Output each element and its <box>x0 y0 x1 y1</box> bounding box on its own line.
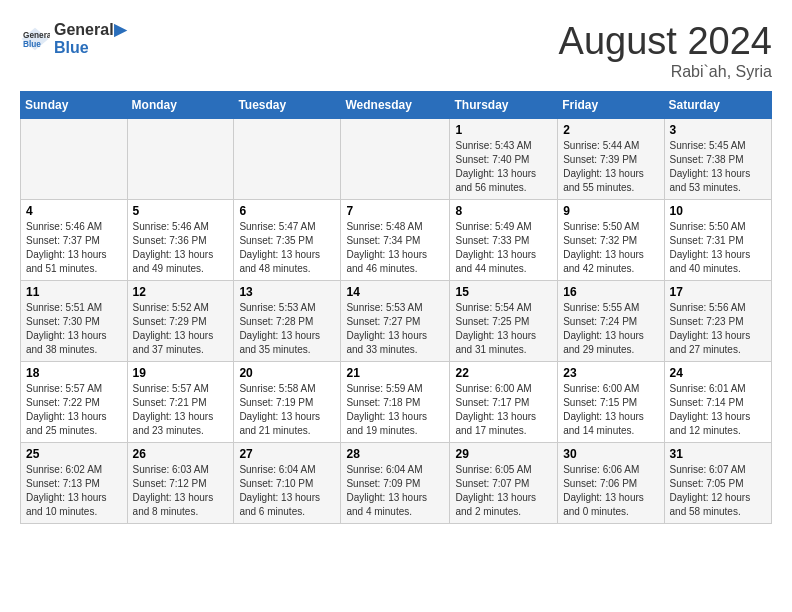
calendar-cell <box>127 119 234 200</box>
day-content: Sunrise: 5:59 AM Sunset: 7:18 PM Dayligh… <box>346 382 444 438</box>
day-content: Sunrise: 6:03 AM Sunset: 7:12 PM Dayligh… <box>133 463 229 519</box>
day-number: 8 <box>455 204 552 218</box>
day-number: 3 <box>670 123 766 137</box>
svg-text:Blue: Blue <box>23 40 41 49</box>
week-row-5: 25Sunrise: 6:02 AM Sunset: 7:13 PM Dayli… <box>21 443 772 524</box>
day-content: Sunrise: 6:05 AM Sunset: 7:07 PM Dayligh… <box>455 463 552 519</box>
calendar-cell: 20Sunrise: 5:58 AM Sunset: 7:19 PM Dayli… <box>234 362 341 443</box>
calendar-cell: 24Sunrise: 6:01 AM Sunset: 7:14 PM Dayli… <box>664 362 771 443</box>
day-content: Sunrise: 5:50 AM Sunset: 7:31 PM Dayligh… <box>670 220 766 276</box>
calendar-cell: 17Sunrise: 5:56 AM Sunset: 7:23 PM Dayli… <box>664 281 771 362</box>
day-number: 16 <box>563 285 658 299</box>
day-header-tuesday: Tuesday <box>234 92 341 119</box>
calendar-cell: 26Sunrise: 6:03 AM Sunset: 7:12 PM Dayli… <box>127 443 234 524</box>
calendar-cell: 16Sunrise: 5:55 AM Sunset: 7:24 PM Dayli… <box>558 281 664 362</box>
day-content: Sunrise: 6:00 AM Sunset: 7:17 PM Dayligh… <box>455 382 552 438</box>
calendar-cell: 6Sunrise: 5:47 AM Sunset: 7:35 PM Daylig… <box>234 200 341 281</box>
calendar-cell: 5Sunrise: 5:46 AM Sunset: 7:36 PM Daylig… <box>127 200 234 281</box>
day-content: Sunrise: 5:52 AM Sunset: 7:29 PM Dayligh… <box>133 301 229 357</box>
calendar-cell: 8Sunrise: 5:49 AM Sunset: 7:33 PM Daylig… <box>450 200 558 281</box>
calendar-cell: 10Sunrise: 5:50 AM Sunset: 7:31 PM Dayli… <box>664 200 771 281</box>
day-header-wednesday: Wednesday <box>341 92 450 119</box>
day-number: 27 <box>239 447 335 461</box>
day-content: Sunrise: 5:56 AM Sunset: 7:23 PM Dayligh… <box>670 301 766 357</box>
calendar-cell <box>21 119 128 200</box>
calendar-cell: 23Sunrise: 6:00 AM Sunset: 7:15 PM Dayli… <box>558 362 664 443</box>
calendar-cell: 29Sunrise: 6:05 AM Sunset: 7:07 PM Dayli… <box>450 443 558 524</box>
day-header-sunday: Sunday <box>21 92 128 119</box>
calendar-cell: 3Sunrise: 5:45 AM Sunset: 7:38 PM Daylig… <box>664 119 771 200</box>
calendar-cell: 22Sunrise: 6:00 AM Sunset: 7:17 PM Dayli… <box>450 362 558 443</box>
calendar-cell: 7Sunrise: 5:48 AM Sunset: 7:34 PM Daylig… <box>341 200 450 281</box>
week-row-1: 1Sunrise: 5:43 AM Sunset: 7:40 PM Daylig… <box>21 119 772 200</box>
calendar-cell: 12Sunrise: 5:52 AM Sunset: 7:29 PM Dayli… <box>127 281 234 362</box>
day-number: 21 <box>346 366 444 380</box>
day-number: 28 <box>346 447 444 461</box>
day-content: Sunrise: 6:07 AM Sunset: 7:05 PM Dayligh… <box>670 463 766 519</box>
day-number: 1 <box>455 123 552 137</box>
day-content: Sunrise: 5:50 AM Sunset: 7:32 PM Dayligh… <box>563 220 658 276</box>
day-header-friday: Friday <box>558 92 664 119</box>
day-content: Sunrise: 6:00 AM Sunset: 7:15 PM Dayligh… <box>563 382 658 438</box>
calendar-cell: 25Sunrise: 6:02 AM Sunset: 7:13 PM Dayli… <box>21 443 128 524</box>
day-content: Sunrise: 6:04 AM Sunset: 7:09 PM Dayligh… <box>346 463 444 519</box>
day-header-saturday: Saturday <box>664 92 771 119</box>
day-content: Sunrise: 5:49 AM Sunset: 7:33 PM Dayligh… <box>455 220 552 276</box>
day-header-monday: Monday <box>127 92 234 119</box>
calendar-cell: 31Sunrise: 6:07 AM Sunset: 7:05 PM Dayli… <box>664 443 771 524</box>
calendar-cell: 27Sunrise: 6:04 AM Sunset: 7:10 PM Dayli… <box>234 443 341 524</box>
day-content: Sunrise: 5:51 AM Sunset: 7:30 PM Dayligh… <box>26 301 122 357</box>
day-number: 30 <box>563 447 658 461</box>
page-header: General Blue General▶ Blue August 2024 R… <box>20 20 772 81</box>
day-number: 18 <box>26 366 122 380</box>
day-content: Sunrise: 6:04 AM Sunset: 7:10 PM Dayligh… <box>239 463 335 519</box>
logo: General Blue General▶ Blue <box>20 20 126 57</box>
day-content: Sunrise: 5:53 AM Sunset: 7:28 PM Dayligh… <box>239 301 335 357</box>
day-content: Sunrise: 5:46 AM Sunset: 7:36 PM Dayligh… <box>133 220 229 276</box>
location: Rabi`ah, Syria <box>559 63 772 81</box>
calendar-cell <box>234 119 341 200</box>
calendar-cell: 13Sunrise: 5:53 AM Sunset: 7:28 PM Dayli… <box>234 281 341 362</box>
day-content: Sunrise: 5:58 AM Sunset: 7:19 PM Dayligh… <box>239 382 335 438</box>
day-header-thursday: Thursday <box>450 92 558 119</box>
day-number: 10 <box>670 204 766 218</box>
calendar-cell: 30Sunrise: 6:06 AM Sunset: 7:06 PM Dayli… <box>558 443 664 524</box>
logo-icon: General Blue <box>20 24 50 54</box>
day-number: 6 <box>239 204 335 218</box>
day-number: 20 <box>239 366 335 380</box>
calendar-cell: 1Sunrise: 5:43 AM Sunset: 7:40 PM Daylig… <box>450 119 558 200</box>
day-number: 24 <box>670 366 766 380</box>
calendar-cell: 18Sunrise: 5:57 AM Sunset: 7:22 PM Dayli… <box>21 362 128 443</box>
day-content: Sunrise: 6:02 AM Sunset: 7:13 PM Dayligh… <box>26 463 122 519</box>
day-number: 26 <box>133 447 229 461</box>
day-content: Sunrise: 5:44 AM Sunset: 7:39 PM Dayligh… <box>563 139 658 195</box>
week-row-2: 4Sunrise: 5:46 AM Sunset: 7:37 PM Daylig… <box>21 200 772 281</box>
calendar-cell: 28Sunrise: 6:04 AM Sunset: 7:09 PM Dayli… <box>341 443 450 524</box>
day-number: 15 <box>455 285 552 299</box>
day-number: 31 <box>670 447 766 461</box>
day-content: Sunrise: 5:43 AM Sunset: 7:40 PM Dayligh… <box>455 139 552 195</box>
day-content: Sunrise: 5:57 AM Sunset: 7:21 PM Dayligh… <box>133 382 229 438</box>
day-content: Sunrise: 5:47 AM Sunset: 7:35 PM Dayligh… <box>239 220 335 276</box>
logo-text: General▶ Blue <box>54 20 126 57</box>
day-content: Sunrise: 6:01 AM Sunset: 7:14 PM Dayligh… <box>670 382 766 438</box>
day-number: 23 <box>563 366 658 380</box>
calendar-cell: 9Sunrise: 5:50 AM Sunset: 7:32 PM Daylig… <box>558 200 664 281</box>
day-number: 14 <box>346 285 444 299</box>
day-content: Sunrise: 5:54 AM Sunset: 7:25 PM Dayligh… <box>455 301 552 357</box>
day-number: 11 <box>26 285 122 299</box>
day-content: Sunrise: 5:53 AM Sunset: 7:27 PM Dayligh… <box>346 301 444 357</box>
day-number: 5 <box>133 204 229 218</box>
svg-text:General: General <box>23 30 50 39</box>
day-number: 7 <box>346 204 444 218</box>
day-content: Sunrise: 6:06 AM Sunset: 7:06 PM Dayligh… <box>563 463 658 519</box>
day-number: 22 <box>455 366 552 380</box>
day-content: Sunrise: 5:57 AM Sunset: 7:22 PM Dayligh… <box>26 382 122 438</box>
calendar-cell: 15Sunrise: 5:54 AM Sunset: 7:25 PM Dayli… <box>450 281 558 362</box>
day-number: 12 <box>133 285 229 299</box>
title-area: August 2024 Rabi`ah, Syria <box>559 20 772 81</box>
calendar-cell: 21Sunrise: 5:59 AM Sunset: 7:18 PM Dayli… <box>341 362 450 443</box>
header-row: SundayMondayTuesdayWednesdayThursdayFrid… <box>21 92 772 119</box>
calendar-cell: 11Sunrise: 5:51 AM Sunset: 7:30 PM Dayli… <box>21 281 128 362</box>
calendar-cell <box>341 119 450 200</box>
